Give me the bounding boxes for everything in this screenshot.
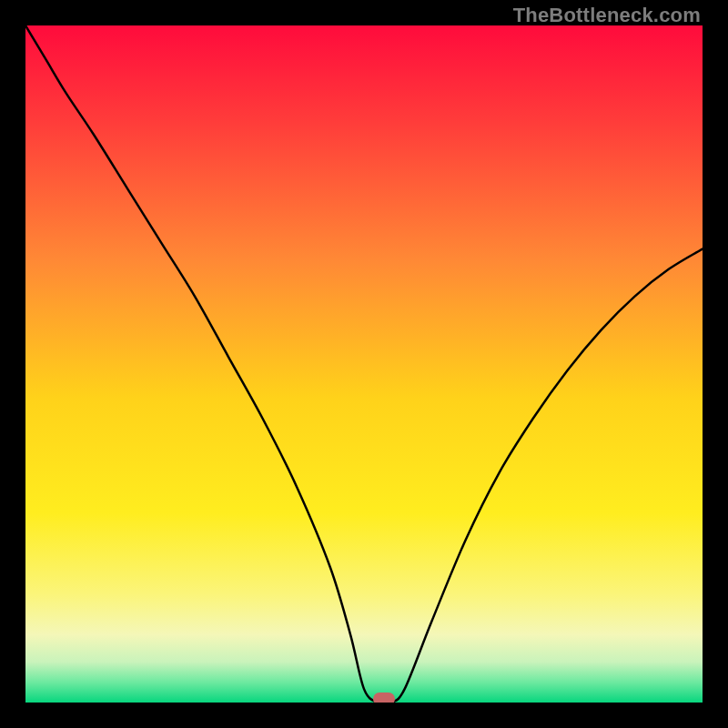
chart-svg	[25, 25, 703, 703]
plot-area	[25, 25, 703, 703]
gradient-rect	[25, 25, 703, 703]
watermark-text: TheBottleneck.com	[513, 4, 701, 27]
chart-frame: TheBottleneck.com	[0, 0, 728, 728]
optimal-marker	[373, 693, 395, 703]
